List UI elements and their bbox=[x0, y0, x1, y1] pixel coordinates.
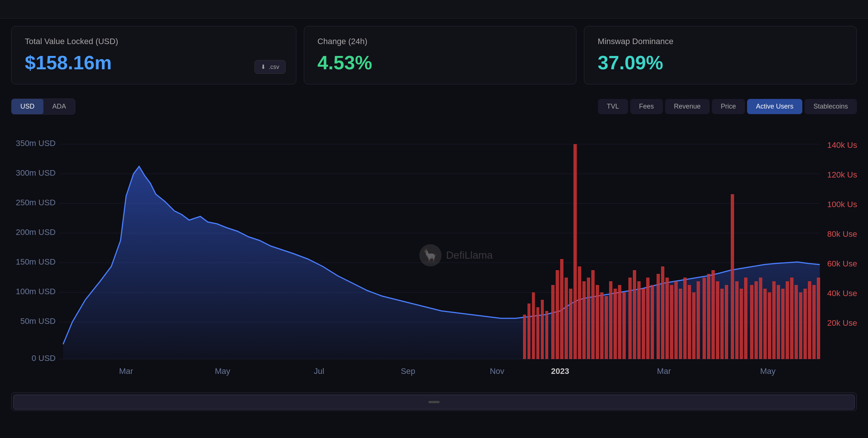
svg-text:120k Users: 120k Users bbox=[827, 170, 857, 179]
svg-rect-85 bbox=[772, 281, 776, 359]
svg-text:May: May bbox=[215, 366, 230, 376]
scrollbar-area[interactable] bbox=[11, 392, 857, 411]
svg-rect-54 bbox=[628, 278, 632, 359]
svg-rect-63 bbox=[670, 285, 673, 359]
svg-rect-79 bbox=[744, 278, 747, 359]
svg-rect-49 bbox=[605, 296, 608, 359]
svg-text:250m USD: 250m USD bbox=[16, 198, 56, 207]
svg-rect-94 bbox=[812, 285, 816, 359]
svg-text:2023: 2023 bbox=[551, 366, 569, 376]
change-label: Change (24h) bbox=[318, 37, 563, 46]
download-icon: ⬇ bbox=[261, 63, 266, 70]
svg-text:Sep: Sep bbox=[401, 366, 415, 376]
svg-text:40k Users: 40k Users bbox=[827, 289, 857, 298]
svg-rect-68 bbox=[692, 292, 696, 359]
chart-section: USD ADA TVL Fees Revenue Price Active Us… bbox=[0, 92, 868, 418]
svg-text:140k Users: 140k Users bbox=[827, 140, 857, 150]
svg-rect-50 bbox=[609, 281, 612, 359]
svg-text:50m USD: 50m USD bbox=[20, 316, 56, 326]
svg-rect-60 bbox=[657, 274, 660, 359]
stats-row: Total Value Locked (USD) $158.16m ⬇ .csv… bbox=[0, 19, 868, 92]
svg-rect-81 bbox=[754, 281, 758, 359]
svg-rect-37 bbox=[551, 285, 555, 359]
svg-rect-82 bbox=[759, 278, 762, 359]
tab-buttons: TVL Fees Revenue Price Active Users Stab… bbox=[598, 99, 857, 114]
tvl-label: Total Value Locked (USD) bbox=[25, 37, 283, 46]
tab-stablecoins-button[interactable]: Stablecoins bbox=[805, 99, 857, 114]
currency-toggle: USD ADA bbox=[11, 99, 75, 115]
svg-rect-64 bbox=[674, 281, 678, 359]
scrollbar-thumb[interactable] bbox=[13, 395, 855, 409]
svg-rect-41 bbox=[569, 289, 572, 359]
svg-rect-53 bbox=[622, 292, 626, 359]
svg-rect-55 bbox=[633, 270, 636, 359]
svg-text:80k Users: 80k Users bbox=[827, 229, 857, 239]
svg-rect-77 bbox=[735, 281, 739, 359]
chart-controls: USD ADA TVL Fees Revenue Price Active Us… bbox=[11, 92, 857, 118]
svg-rect-34 bbox=[536, 307, 539, 359]
change-value: 4.53% bbox=[318, 52, 563, 74]
svg-rect-70 bbox=[703, 278, 706, 359]
tab-revenue-button[interactable]: Revenue bbox=[665, 99, 710, 114]
svg-text:150m USD: 150m USD bbox=[16, 257, 56, 266]
svg-rect-73 bbox=[716, 281, 719, 359]
svg-text:350m USD: 350m USD bbox=[16, 139, 56, 148]
svg-rect-80 bbox=[750, 285, 753, 359]
svg-rect-58 bbox=[646, 278, 650, 359]
svg-rect-42 bbox=[573, 144, 577, 359]
dominance-value: 37.09% bbox=[598, 52, 843, 74]
svg-rect-86 bbox=[777, 285, 780, 359]
svg-rect-87 bbox=[781, 289, 785, 359]
svg-text:Mar: Mar bbox=[657, 366, 671, 376]
tab-tvl-button[interactable]: TVL bbox=[598, 99, 628, 114]
svg-rect-65 bbox=[679, 289, 682, 359]
svg-text:Nov: Nov bbox=[490, 366, 504, 376]
svg-rect-57 bbox=[642, 289, 645, 359]
svg-rect-74 bbox=[720, 289, 724, 359]
svg-rect-45 bbox=[587, 278, 590, 359]
svg-rect-84 bbox=[768, 292, 771, 359]
csv-label: .csv bbox=[269, 64, 279, 70]
change-card: Change (24h) 4.53% bbox=[304, 26, 577, 84]
tab-active-users-button[interactable]: Active Users bbox=[747, 99, 802, 114]
svg-rect-61 bbox=[661, 266, 664, 359]
svg-rect-56 bbox=[637, 281, 641, 359]
svg-rect-36 bbox=[545, 311, 548, 359]
svg-rect-88 bbox=[786, 281, 789, 359]
svg-text:Jul: Jul bbox=[314, 366, 324, 376]
svg-rect-44 bbox=[582, 281, 586, 359]
svg-text:Mar: Mar bbox=[119, 366, 133, 376]
svg-rect-32 bbox=[527, 303, 530, 359]
svg-rect-83 bbox=[763, 289, 767, 359]
svg-rect-75 bbox=[725, 285, 728, 359]
tvl-card: Total Value Locked (USD) $158.16m ⬇ .csv bbox=[11, 26, 296, 84]
csv-download-button[interactable]: ⬇ .csv bbox=[254, 60, 285, 74]
svg-rect-89 bbox=[790, 278, 793, 359]
svg-rect-91 bbox=[799, 292, 802, 359]
svg-rect-47 bbox=[596, 285, 599, 359]
svg-rect-39 bbox=[560, 259, 563, 359]
svg-rect-92 bbox=[803, 289, 807, 359]
svg-rect-72 bbox=[711, 270, 715, 359]
svg-rect-38 bbox=[556, 270, 559, 359]
svg-text:60k Users: 60k Users bbox=[827, 259, 857, 268]
svg-rect-46 bbox=[591, 270, 595, 359]
chart-area: 350m USD 300m USD 250m USD 200m USD 150m… bbox=[11, 122, 857, 389]
svg-rect-48 bbox=[600, 292, 604, 359]
svg-rect-90 bbox=[795, 285, 798, 359]
svg-text:May: May bbox=[760, 366, 776, 376]
dominance-label: Minswap Dominance bbox=[598, 37, 843, 46]
currency-ada-button[interactable]: ADA bbox=[43, 99, 75, 114]
svg-rect-69 bbox=[697, 281, 700, 359]
svg-rect-76 bbox=[731, 194, 734, 359]
svg-text:20k Users: 20k Users bbox=[827, 318, 857, 328]
tvl-value: $158.16m bbox=[25, 52, 283, 74]
currency-usd-button[interactable]: USD bbox=[11, 99, 43, 114]
tab-fees-button[interactable]: Fees bbox=[630, 99, 663, 114]
tab-price-button[interactable]: Price bbox=[712, 99, 745, 114]
svg-rect-52 bbox=[618, 285, 621, 359]
svg-rect-51 bbox=[614, 289, 617, 359]
dominance-card: Minswap Dominance 37.09% bbox=[584, 26, 857, 84]
svg-rect-78 bbox=[740, 289, 743, 359]
svg-rect-71 bbox=[707, 274, 710, 359]
